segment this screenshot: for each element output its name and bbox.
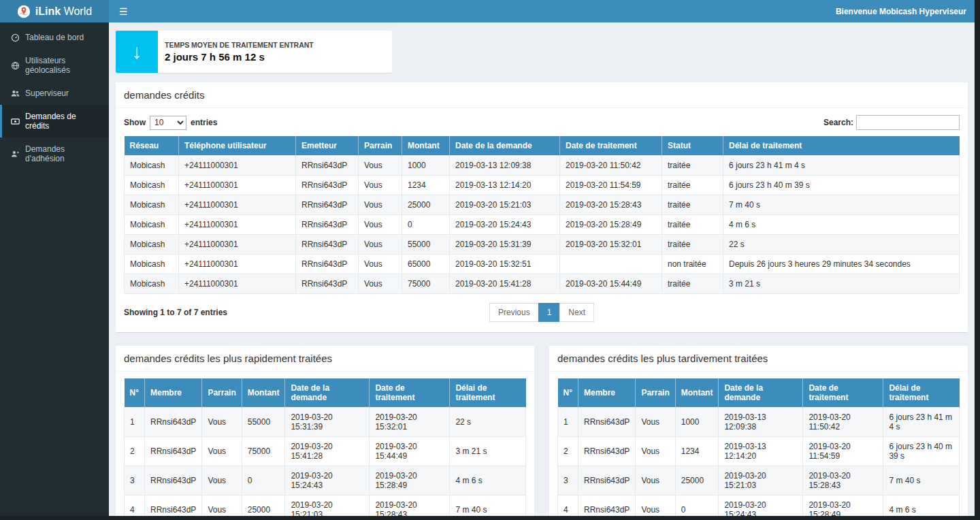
table-row: 4RRnsi643dPVous250002019-03-20 15:21:032… [125, 495, 526, 517]
table-cell: 0 [402, 215, 450, 235]
table-cell: Vous [359, 176, 402, 195]
sidebar: Tableau de bord Utilisateurs géolocalisé… [0, 22, 109, 516]
table-cell: RRnsi643dP [296, 176, 359, 195]
table-cell: Vous [202, 495, 242, 517]
info-box-temps-moyen: ↓ TEMPS MOYEN DE TRAITEMENT ENTRANT 2 jo… [116, 31, 392, 73]
table-cell: traitée [662, 274, 723, 294]
table-cell: RRnsi643dP [145, 466, 202, 495]
table-cell: Vous [359, 195, 402, 215]
sidebar-item-utilisateurs-geolocalises[interactable]: Utilisateurs géolocalisés [0, 49, 109, 82]
table-cell: 6 jours 23 h 41 m 4 s [883, 408, 960, 437]
table-cell: Vous [359, 215, 402, 235]
table-header: N°MembreParrainMontantDate de la demande… [125, 378, 526, 408]
table-cell: 7 m 40 s [723, 195, 960, 215]
arrow-down-icon: ↓ [116, 31, 158, 73]
column-header[interactable]: Statut [662, 136, 723, 156]
show-label: Show [124, 118, 146, 127]
column-header[interactable]: Emetteur [296, 136, 359, 156]
table-cell: 7 m 40 s [883, 466, 960, 495]
page-length-select[interactable]: 10 [150, 116, 186, 130]
entries-label: entries [191, 118, 217, 127]
table-cell: 4 m 6 s [450, 466, 526, 495]
sidebar-item-superviseur[interactable]: Superviseur [0, 82, 109, 105]
table-row: Mobicash+24111000301RRnsi643dPVous650002… [125, 255, 960, 274]
table-cell: 25000 [402, 195, 450, 215]
table-cell: 3 [125, 466, 145, 495]
column-header[interactable]: Date de traitement [560, 136, 662, 156]
column-header[interactable]: Montant [402, 136, 450, 156]
table-cell: 4 m 6 s [883, 495, 960, 517]
table-cell: 7 m 40 s [450, 495, 526, 517]
sidebar-toggle-button[interactable]: ☰ [109, 0, 138, 22]
table-cell: Mobicash [125, 235, 179, 255]
column-header: Date de la demande [285, 378, 370, 408]
pagination-next-button[interactable]: Next [559, 303, 594, 322]
column-header[interactable]: Parrain [359, 136, 402, 156]
pagination-page-1-button[interactable]: 1 [538, 303, 561, 322]
sidebar-item-tableau-de-bord[interactable]: Tableau de bord [0, 26, 109, 49]
table-cell: 1234 [675, 437, 719, 466]
table-cell: 2 [125, 437, 145, 466]
sidebar-item-label: Demandes de crédits [25, 112, 102, 131]
table-row: 3RRnsi643dPVous02019-03-20 15:24:432019-… [125, 466, 526, 495]
table-row: 4RRnsi643dPVous02019-03-20 15:24:432019-… [558, 495, 960, 517]
table-cell: RRnsi643dP [296, 215, 359, 235]
table-cell: +24111000301 [179, 255, 296, 274]
users-icon [10, 89, 20, 98]
table-cell: traitée [662, 235, 723, 255]
brand-logo[interactable]: iLink World [0, 0, 109, 22]
table-cell: RRnsi643dP [578, 495, 636, 517]
table-cell: 2019-03-20 15:44:49 [560, 274, 662, 294]
table-cell: RRnsi643dP [578, 437, 636, 466]
table-row: Mobicash+24111000301RRnsi643dPVous100020… [125, 156, 960, 176]
table-row: Mobicash+24111000301RRnsi643dPVous02019-… [125, 215, 960, 235]
table-cell: 22 s [723, 235, 960, 255]
table-cell: 2019-03-20 15:31:39 [285, 408, 370, 437]
column-header: Parrain [636, 378, 675, 408]
welcome-text: Bienvenue Mobicash Hyperviseur [836, 7, 975, 16]
table-cell: RRnsi643dP [296, 255, 359, 274]
pagination-previous-button[interactable]: Previous [489, 303, 539, 322]
table-cell: 6 jours 23 h 40 m 39 s [883, 437, 960, 466]
panel-title: demandes crédits les plus tardivement tr… [549, 346, 968, 372]
table-cell: Vous [636, 466, 675, 495]
table-cell: 2019-03-20 15:24:43 [285, 466, 370, 495]
column-header[interactable]: Téléphone utilisateur [179, 136, 296, 156]
table-cell: 25000 [242, 495, 285, 517]
column-header: Délai de traitement [450, 378, 526, 408]
navbar: ☰ Bienvenue Mobicash Hyperviseur [109, 0, 975, 22]
table-cell: 3 m 21 s [723, 274, 960, 294]
table-cell: 1234 [402, 176, 450, 195]
table-cell: 2019-03-20 15:41:28 [450, 274, 560, 294]
column-header[interactable]: Date de la demande [450, 136, 560, 156]
sidebar-item-demandes-adhesion[interactable]: Demandes d'adhésion [0, 137, 109, 170]
panel-demandes-credits: demandes crédits Show 10 entries [116, 82, 968, 332]
panel-title: demandes crédits les plus rapidement tra… [116, 346, 534, 372]
table-cell: 55000 [242, 408, 285, 437]
column-header: Membre [145, 378, 202, 408]
table-cell: 2019-03-20 11:54:59 [803, 437, 883, 466]
table-row: Mobicash+24111000301RRnsi643dPVous550002… [125, 235, 960, 255]
table-cell: 22 s [450, 408, 526, 437]
table-cell: 2019-03-20 15:21:03 [450, 195, 560, 215]
page-length-control: Show 10 entries [124, 116, 217, 130]
table-cell: Vous [359, 255, 402, 274]
search-control: Search: [823, 115, 960, 130]
table-cell: 3 m 21 s [450, 437, 526, 466]
table-cell [560, 255, 662, 274]
table-row: Mobicash+24111000301RRnsi643dPVous250002… [125, 195, 960, 215]
table-cell: 2019-03-20 11:50:42 [803, 408, 883, 437]
sidebar-item-demandes-de-credits[interactable]: Demandes de crédits [0, 105, 109, 137]
brand-name: iLink World [35, 5, 92, 18]
table-cell: 2019-03-20 11:50:42 [560, 156, 662, 176]
column-header[interactable]: Réseau [125, 136, 179, 156]
table-cell: 1 [558, 408, 578, 437]
table-cell: 2019-03-20 15:28:43 [803, 466, 883, 495]
table-cell: Mobicash [125, 176, 179, 195]
credit-requests-table: RéseauTéléphone utilisateurEmetteurParra… [124, 136, 960, 294]
table-cell: Vous [359, 274, 402, 294]
table-cell: 2019-03-20 15:32:01 [370, 408, 450, 437]
search-input[interactable] [856, 115, 960, 130]
pagination: Previous 1 Next [489, 303, 594, 322]
column-header[interactable]: Délai de traitement [723, 136, 960, 156]
